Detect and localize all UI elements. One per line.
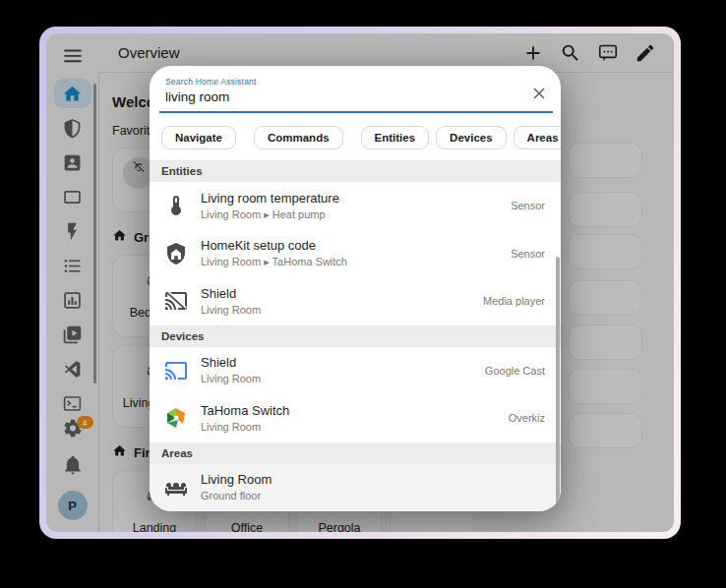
result-title: TaHoma Switch xyxy=(201,403,499,419)
result-title: Shield xyxy=(201,355,475,371)
result-text: ShieldLiving Room xyxy=(201,286,473,317)
result-row-living-room-temperature[interactable]: Living room temperatureLiving Room ▸ Hea… xyxy=(150,182,561,230)
result-meta: Sensor xyxy=(511,200,545,211)
home-assistant-window: 4 P Overview Welcome Favorites xyxy=(46,33,674,532)
result-section-title-areas: Areas xyxy=(150,442,561,464)
dialog-scrollbar[interactable] xyxy=(556,257,560,511)
close-icon xyxy=(523,81,549,106)
search-underline xyxy=(159,111,553,113)
result-section-title-entities: Entities xyxy=(150,160,561,182)
filter-chip-navigate[interactable]: Navigate xyxy=(161,126,236,149)
search-input[interactable]: living room xyxy=(165,89,545,113)
close-dialog-button[interactable] xyxy=(523,81,549,106)
shield-home-icon xyxy=(161,242,191,265)
result-row-living-room[interactable]: Living RoomGround floor xyxy=(150,464,561,512)
result-meta: Overkiz xyxy=(509,412,545,424)
result-subtitle: Ground floor xyxy=(201,489,545,502)
search-dialog: Search Home Assistant living room Naviga… xyxy=(150,66,561,511)
search-filter-chips: NavigateCommandsEntitiesDevicesAreas xyxy=(150,113,561,160)
result-section-title-devices: Devices xyxy=(150,325,561,347)
tahoma-icon xyxy=(161,406,191,430)
filter-chip-areas[interactable]: Areas xyxy=(514,126,561,149)
search-field-label: Search Home Assistant xyxy=(165,77,545,87)
result-subtitle: Living Room xyxy=(201,420,499,434)
filter-chip-commands[interactable]: Commands xyxy=(254,126,343,149)
result-subtitle: Living Room xyxy=(201,303,473,317)
screenshot-root: { "window": { "toolbar": { "title": "Ove… xyxy=(0,0,726,588)
search-results: EntitiesLiving room temperatureLiving Ro… xyxy=(150,160,561,511)
app-window: 4 P Overview Welcome Favorites xyxy=(39,27,681,539)
result-title: HomeKit setup code xyxy=(201,238,501,254)
result-title: Living Room xyxy=(201,472,545,488)
result-subtitle: Living Room ▸ Heat pump xyxy=(201,207,501,221)
result-text: Living RoomGround floor xyxy=(201,472,545,502)
filter-chip-entities[interactable]: Entities xyxy=(361,126,430,149)
filter-chip-devices[interactable]: Devices xyxy=(436,126,506,149)
search-field[interactable]: Search Home Assistant living room xyxy=(150,66,561,113)
result-subtitle: Living Room ▸ TaHoma Switch xyxy=(201,255,501,268)
result-text: Living room temperatureLiving Room ▸ Hea… xyxy=(201,191,501,221)
result-title: Shield xyxy=(201,286,473,302)
thermometer-icon xyxy=(161,194,191,217)
result-meta: Sensor xyxy=(511,248,545,260)
result-meta: Media player xyxy=(483,295,545,307)
result-row-homekit-setup-code[interactable]: HomeKit setup codeLiving Room ▸ TaHoma S… xyxy=(150,230,561,278)
sofa-icon xyxy=(161,476,191,500)
cast-off-icon xyxy=(161,289,191,313)
result-text: TaHoma SwitchLiving Room xyxy=(201,403,499,434)
result-text: HomeKit setup codeLiving Room ▸ TaHoma S… xyxy=(201,238,501,268)
result-title: Living room temperature xyxy=(201,191,501,206)
result-subtitle: Living Room xyxy=(201,372,475,385)
result-text: ShieldLiving Room xyxy=(201,355,475,385)
result-meta: Google Cast xyxy=(485,365,545,377)
result-row-shield[interactable]: ShieldLiving RoomMedia player xyxy=(150,277,561,325)
cast-icon xyxy=(161,359,191,382)
result-row-tahoma-switch[interactable]: TaHoma SwitchLiving RoomOverkiz xyxy=(150,394,561,442)
result-row-shield[interactable]: ShieldLiving RoomGoogle Cast xyxy=(150,347,561,395)
